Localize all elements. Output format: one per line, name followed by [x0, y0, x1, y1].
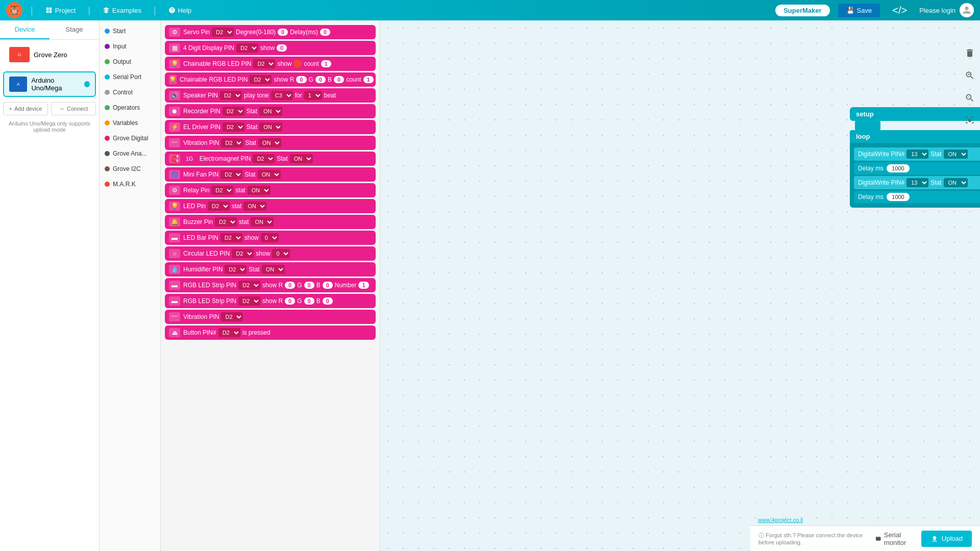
save-button[interactable]: 💾 Save — [838, 4, 880, 17]
canvas-background — [380, 20, 980, 551]
cat-operators[interactable]: Operators — [100, 100, 160, 115]
bottom-bar: ⓘ Forgot sth.? Please connect the device… — [750, 525, 980, 551]
block-minifan[interactable]: 🌀 Mini Fan PIN D2 Stat ON — [165, 167, 376, 182]
cat-input[interactable]: Input — [100, 39, 160, 54]
speaker-dur-select[interactable]: 1 — [304, 91, 322, 100]
relay-pin-select[interactable]: D2 — [211, 186, 233, 195]
button-pin-select[interactable]: D2 — [218, 328, 240, 337]
serial-monitor-button[interactable]: Serial monitor — [875, 531, 913, 546]
device-grove-zero[interactable]: G Grove Zero — [3, 42, 96, 67]
recorder-stat-select[interactable]: ON — [259, 107, 282, 116]
main-layout: Device Stage G Grove Zero A Arduino Uno/… — [0, 20, 980, 551]
block-4digit[interactable]: ▦ 4 Digit Display PIN D2 show 0 — [165, 41, 376, 55]
ledbar-pin-select[interactable]: D2 — [220, 233, 242, 242]
minifan-pin-select[interactable]: D2 — [220, 170, 242, 179]
eldriver-stat-select[interactable]: ON — [259, 122, 282, 132]
cat-mark[interactable]: M.A.R.K — [100, 177, 160, 192]
dwrite1-val[interactable]: ON — [944, 149, 968, 159]
help-menu[interactable]: Help — [164, 5, 196, 16]
block-rgb2[interactable]: 💡 Chainable RGB LED PIN D2 show R 0 G 0 … — [165, 72, 376, 87]
tab-stage[interactable]: Stage — [50, 20, 99, 39]
block-circled[interactable]: ○ Circular LED PIN D2 show 0 — [165, 246, 376, 261]
buzzer-stat-select[interactable]: ON — [251, 217, 274, 227]
delete-icon[interactable] — [962, 45, 978, 61]
app-logo: 🦉 — [6, 2, 22, 18]
zoom-in-icon[interactable] — [962, 67, 978, 84]
block-eldriver[interactable]: ⚡ EL Driver PIN D2 Stat ON — [165, 120, 376, 134]
em-stat-select[interactable]: ON — [290, 154, 313, 163]
add-device-button[interactable]: + Add device — [3, 102, 48, 115]
recorder-pin-select[interactable]: D2 — [223, 107, 244, 116]
humidifier-pin-select[interactable]: D2 — [225, 265, 247, 274]
connect-button[interactable]: ↔ Connect — [51, 102, 96, 115]
relay-stat-select[interactable]: ON — [248, 186, 271, 195]
cat-grove-i2c[interactable]: Grove I2C — [100, 161, 160, 177]
circled-val-select[interactable]: 0 — [272, 249, 290, 258]
device-arduino[interactable]: A Arduino Uno/Mega — [3, 71, 96, 97]
topbar: 🦉 | Project | Examples | Help SuperMaker… — [0, 0, 980, 20]
cat-variables[interactable]: Variables — [100, 115, 160, 131]
cat-start[interactable]: Start — [100, 23, 160, 39]
block-rgb1[interactable]: 💡 Chainable RGB LED PIN D2 show count 1 — [165, 57, 376, 71]
vibrationpin-pin-select[interactable]: D2 — [221, 312, 243, 321]
project-menu[interactable]: Project — [41, 5, 80, 16]
vibration-stat-select[interactable]: ON — [258, 138, 281, 147]
block-relay[interactable]: ⚙ Relay Pin D2 stat ON — [165, 183, 376, 197]
digitalwrite-block-1[interactable]: DigitalWrite PIN# 13 Stat ON — [854, 147, 980, 161]
block-recorder[interactable]: ⏺ Recorder PIN D2 Stat ON — [165, 104, 376, 118]
rgbstrip1-pin-select[interactable]: D2 — [238, 281, 260, 290]
block-rgbstrip1[interactable]: ▬ RGB LED Strip PIN D2 show R 0 G 0 B 0 … — [165, 278, 376, 292]
rgbstrip2-pin-select[interactable]: D2 — [238, 296, 260, 306]
digitalwrite-block-2[interactable]: DigitalWrite PIN# 13 Stat ON — [854, 176, 980, 189]
ledbar-val-select[interactable]: 0 — [261, 233, 279, 242]
block-led[interactable]: 💡 LED Pin D2 stat ON — [165, 199, 376, 213]
cat-control[interactable]: Control — [100, 85, 160, 100]
speaker-pin-select[interactable]: D2 — [220, 91, 242, 100]
em-pin-select[interactable]: D2 — [253, 154, 275, 163]
zoom-out-icon[interactable] — [962, 90, 978, 106]
blocks-panel: ⚙ Servo Pin D2 Degree(0-180) 0 Delay(ms)… — [161, 20, 380, 551]
block-speaker[interactable]: 🔊 Speaker PIN D2 play tone C3 for 1 beat — [165, 88, 376, 103]
block-electromagnet[interactable]: 🧲 1G Electromagnet PIN D2 Stat ON — [165, 152, 376, 166]
block-vibration-pin[interactable]: 〰 Vibration PIN D2 — [165, 310, 376, 324]
block-vibration-stat[interactable]: 〰 Vibration PIN D2 Stat ON — [165, 136, 376, 150]
humidifier-stat-select[interactable]: ON — [262, 265, 285, 274]
delay1-input[interactable] — [887, 164, 910, 172]
watermark: www.4project.co.il — [758, 517, 803, 523]
block-button[interactable]: ⏏ Button PIN# D2 is pressed — [165, 325, 376, 340]
dwrite2-val[interactable]: ON — [944, 178, 968, 187]
block-rgbstrip2[interactable]: ▬ RGB LED Strip PIN D2 show R 0 G 0 B 0 — [165, 294, 376, 308]
minifan-stat-select[interactable]: ON — [258, 170, 281, 179]
color-circle[interactable] — [293, 60, 302, 68]
servo-pin-select[interactable]: D2 — [212, 28, 234, 37]
vibration-pin-select[interactable]: D2 — [221, 138, 243, 147]
circled-pin-select[interactable]: D2 — [232, 249, 254, 258]
center-icon[interactable] — [962, 112, 978, 129]
speaker-note-select[interactable]: C3 — [271, 91, 293, 100]
block-buzzer[interactable]: 🔔 Buzzer Pin D2 stat ON — [165, 215, 376, 229]
code-view-button[interactable]: </> — [888, 3, 911, 18]
eldriver-pin-select[interactable]: D2 — [223, 122, 244, 132]
delay-block-2: Delay ms — [854, 191, 980, 203]
dwrite2-pin[interactable]: 13 — [906, 178, 928, 187]
4digit-pin-select[interactable]: D2 — [236, 43, 258, 53]
block-servo[interactable]: ⚙ Servo Pin D2 Degree(0-180) 0 Delay(ms)… — [165, 25, 376, 39]
examples-menu[interactable]: Examples — [99, 5, 145, 16]
rgb2-pin-select[interactable]: D2 — [250, 75, 272, 84]
tab-device[interactable]: Device — [0, 20, 50, 39]
cat-grove-analog[interactable]: Grove Ana... — [100, 146, 160, 161]
cat-serial[interactable]: Serial Port — [100, 69, 160, 85]
led-stat-select[interactable]: ON — [243, 202, 266, 211]
block-humidifier[interactable]: 💧 Humidifier PIN D2 Stat ON — [165, 262, 376, 277]
device-actions: + Add device ↔ Connect — [3, 102, 96, 115]
dwrite1-pin[interactable]: 13 — [906, 149, 928, 159]
login-area[interactable]: Please login — [919, 3, 974, 17]
cat-grove-digital[interactable]: Grove Digital — [100, 131, 160, 146]
upload-button[interactable]: Upload — [921, 531, 972, 547]
delay2-input[interactable] — [887, 193, 910, 201]
rgb1-pin-select[interactable]: D2 — [253, 59, 275, 68]
buzzer-pin-select[interactable]: D2 — [215, 217, 237, 227]
cat-output[interactable]: Output — [100, 54, 160, 69]
led-pin-select[interactable]: D2 — [208, 202, 230, 211]
block-ledbar[interactable]: ▬ LED Bar PIN D2 show 0 — [165, 231, 376, 245]
